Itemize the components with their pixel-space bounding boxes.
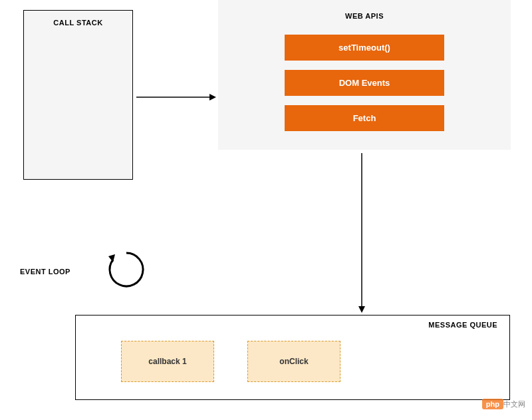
watermark-badge: php (482, 399, 503, 409)
arrow-callstack-to-webapis (136, 91, 216, 104)
arrow-webapis-to-queue (355, 153, 368, 313)
watermark-text: 中文网 (503, 400, 525, 408)
queue-item-onclick: onClick (247, 341, 340, 382)
api-fetch: Fetch (285, 105, 444, 131)
queue-item-callback1: callback 1 (121, 341, 214, 382)
event-loop-label: EVENT LOOP (20, 268, 70, 276)
svg-marker-3 (358, 306, 365, 313)
event-loop: EVENT LOOP (20, 246, 153, 300)
call-stack-panel: CALL STACK (23, 10, 133, 180)
api-dom-events: DOM Events (285, 70, 444, 96)
message-queue-panel: MESSAGE QUEUE callback 1 onClick (75, 315, 510, 400)
web-apis-panel: WEB APIS setTimeout() DOM Events Fetch (218, 0, 511, 150)
watermark: php中文网 (482, 399, 525, 409)
api-settimeout: setTimeout() (285, 35, 444, 61)
queue-items: callback 1 onClick (88, 341, 497, 382)
svg-marker-1 (209, 94, 216, 101)
message-queue-title: MESSAGE QUEUE (88, 321, 497, 329)
event-loop-circle-icon (103, 246, 150, 296)
web-apis-title: WEB APIS (238, 12, 491, 20)
call-stack-title: CALL STACK (24, 19, 132, 27)
